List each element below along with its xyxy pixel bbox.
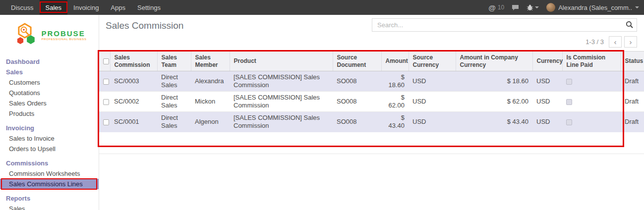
cell-sales-team: Direct Sales — [157, 92, 191, 112]
cell-amount: $ 62.00 — [381, 92, 409, 112]
col-status[interactable]: Status — [621, 52, 644, 71]
brand-name: PROBUSE — [41, 29, 86, 38]
topbar-menu-settings[interactable]: Settings — [131, 0, 167, 15]
control-panel: Sales Commission 1-3 / 3 ‹ › — [99, 15, 644, 51]
cell-sales-team: Direct Sales — [157, 112, 191, 132]
col-product[interactable]: Product — [230, 52, 333, 71]
user-menu[interactable]: Alexandra (Sales_comm.. — [546, 3, 639, 12]
messages-icon[interactable] — [512, 4, 519, 11]
col-amount-company-currency[interactable]: Amount in Company Currency — [456, 52, 532, 71]
probuse-logo: PROBUSE PROFESSIONAL BUSINESS — [0, 15, 99, 52]
sidebar-section-reports[interactable]: Reports — [0, 193, 99, 204]
cell-amount: $ 18.60 — [381, 71, 409, 92]
cell-select — [99, 71, 110, 92]
mentions-button[interactable]: @ 10 — [488, 3, 504, 12]
col-sales-member[interactable]: Sales Member — [191, 52, 230, 71]
cell-product: [SALES COMMISSION] Sales Commission — [230, 112, 333, 132]
cell-amount: $ 43.40 — [381, 112, 409, 132]
chat-bubble-icon — [512, 4, 519, 11]
cell-sales-member: Alexandra — [191, 71, 230, 92]
topbar-menu-sales[interactable]: Sales — [40, 0, 68, 15]
cell-sales-member: Algenon — [191, 112, 230, 132]
table-row[interactable]: SC/0002 Direct Sales Mickon [SALES COMMI… — [99, 92, 644, 112]
cell-sales-commission: SC/0002 — [110, 92, 157, 112]
cell-source-currency: USD — [409, 92, 456, 112]
sidebar-item-sales-orders[interactable]: Sales Orders — [0, 98, 99, 108]
cell-is-paid — [562, 112, 621, 132]
select-all-checkbox[interactable] — [103, 58, 109, 64]
sidebar-item-sales-commissions-lines[interactable]: Sales Commissions Lines — [0, 179, 99, 189]
row-checkbox[interactable] — [103, 79, 109, 85]
commission-table: Sales Commission Sales Team Sales Member… — [99, 51, 644, 132]
cell-select — [99, 92, 110, 112]
col-sales-commission[interactable]: Sales Commission — [110, 52, 157, 71]
cell-currency: USD — [532, 71, 562, 92]
cell-sales-member: Mickon — [191, 92, 230, 112]
col-sales-team[interactable]: Sales Team — [157, 52, 191, 71]
search-input[interactable] — [372, 18, 637, 32]
sidebar-item-commission-worksheets[interactable]: Commission Worksheets — [0, 168, 99, 179]
col-amount[interactable]: Amount — [381, 52, 409, 71]
cell-status: Draft — [621, 92, 644, 112]
cell-status: Draft — [621, 112, 644, 132]
mention-count: 10 — [498, 4, 504, 11]
sidebar-item-customers[interactable]: Customers — [0, 77, 99, 88]
cell-status: Draft — [621, 71, 644, 92]
sidebar-section-invoicing[interactable]: Invoicing — [0, 123, 99, 133]
list-view: Sales Commission Sales Team Sales Member… — [99, 51, 644, 146]
logo-hexagons-icon — [12, 22, 38, 48]
cell-currency: USD — [532, 92, 562, 112]
sidebar-section-commissions[interactable]: Commissions — [0, 158, 99, 168]
cell-currency: USD — [532, 112, 562, 132]
sidebar-section-sales[interactable]: Sales — [0, 67, 99, 77]
cell-product: [SALES COMMISSION] Sales Commission — [230, 92, 333, 112]
sidebar-item-products[interactable]: Products — [0, 108, 99, 119]
search-icon[interactable] — [626, 21, 634, 31]
sidebar-item-orders-to-upsell[interactable]: Orders to Upsell — [0, 144, 99, 154]
cell-is-paid — [562, 71, 621, 92]
topbar-menu-apps[interactable]: Apps — [105, 0, 131, 15]
page-title: Sales Commission — [106, 20, 183, 31]
topbar-right: @ 10 Alexandra (Sales_comm.. — [488, 0, 644, 15]
sidebar-item-sales-to-invoice[interactable]: Sales to Invoice — [0, 133, 99, 144]
logo-text: PROBUSE PROFESSIONAL BUSINESS — [41, 29, 86, 41]
pager-previous-button[interactable]: ‹ — [609, 36, 622, 48]
empty-table-space — [99, 132, 644, 146]
sidebar-item-sales-report[interactable]: Sales — [0, 204, 99, 210]
bug-menu-button[interactable] — [527, 4, 539, 11]
cell-is-paid — [562, 92, 621, 112]
cell-sales-commission: SC/0001 — [110, 112, 157, 132]
cell-sales-commission: SC/0003 — [110, 71, 157, 92]
main-content: Sales Commission 1-3 / 3 ‹ › — [99, 15, 644, 210]
pager-range: 1-3 / 3 — [585, 38, 604, 46]
topbar-menu-discuss[interactable]: Discuss — [5, 0, 40, 15]
col-is-paid[interactable]: Is Commision Line Paid — [562, 52, 621, 71]
topbar-menus: Discuss Sales Invoicing Apps Settings — [0, 0, 167, 15]
cell-select — [99, 112, 110, 132]
row-checkbox[interactable] — [103, 119, 109, 125]
paid-checkbox — [566, 119, 572, 125]
table-row[interactable]: SC/0001 Direct Sales Algenon [SALES COMM… — [99, 112, 644, 132]
bug-icon — [527, 4, 533, 11]
content-divider — [99, 154, 644, 154]
cell-amount-company-currency: $ 62.00 — [456, 92, 532, 112]
table-header-row: Sales Commission Sales Team Sales Member… — [99, 52, 644, 71]
topbar-menu-invoicing[interactable]: Invoicing — [67, 0, 105, 15]
brand-tagline: PROFESSIONAL BUSINESS — [41, 38, 86, 41]
col-source-document[interactable]: Source Document — [333, 52, 381, 71]
pager-next-button[interactable]: › — [624, 36, 637, 48]
cell-amount-company-currency: $ 43.40 — [456, 112, 532, 132]
sidebar-item-quotations[interactable]: Quotations — [0, 88, 99, 98]
cell-source-document: SO008 — [333, 112, 381, 132]
topbar-menu-sales-label: Sales — [46, 4, 62, 11]
at-icon: @ — [488, 3, 496, 12]
row-checkbox[interactable] — [103, 99, 109, 105]
pager-buttons: ‹ › — [609, 36, 637, 48]
cell-source-currency: USD — [409, 71, 456, 92]
sidebar-section-dashboard[interactable]: Dashboard — [0, 56, 99, 67]
pager: 1-3 / 3 ‹ › — [585, 36, 637, 48]
paid-checkbox — [566, 79, 572, 85]
col-source-currency[interactable]: Source Currency — [409, 52, 456, 71]
table-row[interactable]: SC/0003 Direct Sales Alexandra [SALES CO… — [99, 71, 644, 92]
col-currency[interactable]: Currency — [532, 52, 562, 71]
